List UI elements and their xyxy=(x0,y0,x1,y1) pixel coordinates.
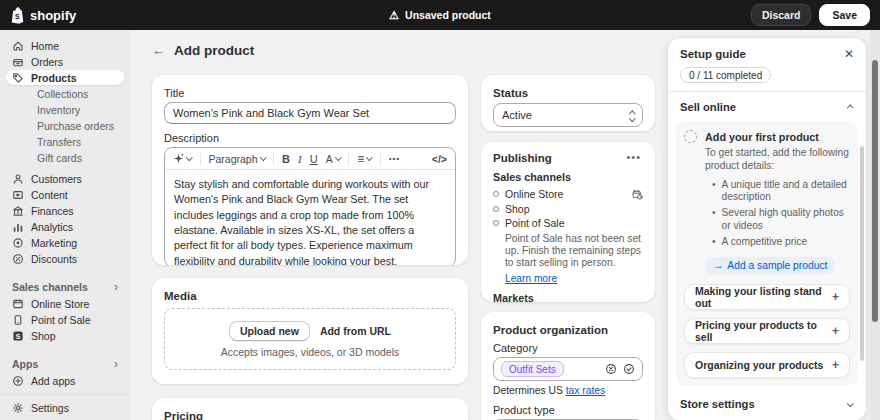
sidebar-item-content[interactable]: Content xyxy=(6,187,124,202)
channel-bullet-icon xyxy=(493,206,499,212)
store-settings-section-toggle[interactable]: Store settings xyxy=(668,390,866,420)
media-dropzone[interactable]: Upload new Add from URL Accepts images, … xyxy=(164,308,456,370)
setup-guide-panel: Setup guide ✕ 0 / 11 completed Sell onli… xyxy=(668,38,866,420)
schedule-publish-icon[interactable] xyxy=(632,189,643,200)
sell-online-section-toggle[interactable]: Sell online xyxy=(668,92,866,118)
chevron-right-icon: › xyxy=(114,358,118,370)
publishing-more-button[interactable]: ••• xyxy=(624,152,643,163)
sidebar-item-inventory[interactable]: Inventory xyxy=(6,102,124,117)
description-textarea[interactable]: Stay stylish and comfortable during work… xyxy=(165,170,455,265)
media-hint: Accepts images, videos, or 3D models xyxy=(221,346,400,358)
code-view-button[interactable]: </> xyxy=(430,152,449,166)
setup-group-pricing-your-products-to-sell[interactable]: Pricing your products to sell+ xyxy=(684,318,850,344)
sidebar-item-products[interactable]: Products xyxy=(6,70,124,85)
add-from-url-button[interactable]: Add from URL xyxy=(320,325,391,337)
sidebar-section-sales-channels[interactable]: Sales channels › xyxy=(12,280,118,294)
category-tag[interactable]: Outfit Sets xyxy=(501,361,564,377)
shopify-logo[interactable]: S shopify xyxy=(10,7,76,24)
task-bullet: •Several high quality photos or videos xyxy=(712,207,850,231)
page-scrollbar-thumb[interactable] xyxy=(872,60,878,322)
sales-channel-point-of-sale: Point of Sale xyxy=(493,216,643,231)
learn-more-link[interactable]: Learn more xyxy=(505,273,557,284)
channel-bullet-icon xyxy=(493,220,499,226)
discard-button[interactable]: Discard xyxy=(751,4,812,26)
status-card: Status Active xyxy=(481,75,655,131)
close-icon[interactable]: ✕ xyxy=(844,48,854,60)
sidebar-item-settings[interactable]: Settings xyxy=(0,394,130,414)
sidebar-item-finances[interactable]: Finances xyxy=(6,203,124,218)
task-checkbox-icon[interactable] xyxy=(684,130,697,143)
clear-category-icon[interactable] xyxy=(605,363,617,375)
sales-channels-label: Sales channels xyxy=(493,171,643,183)
category-label: Category xyxy=(493,342,643,354)
sidebar-item-online-store[interactable]: Online Store xyxy=(6,296,124,311)
pricing-card: Pricing xyxy=(152,398,468,420)
task-description: To get started, add the following produc… xyxy=(705,146,850,173)
pos-icon xyxy=(12,314,24,326)
sidebar-item-collections[interactable]: Collections xyxy=(6,86,124,101)
chevron-down-icon xyxy=(260,154,266,160)
more-formatting-button[interactable]: ••• xyxy=(387,153,402,164)
back-button[interactable]: ← xyxy=(152,44,165,57)
save-button[interactable]: Save xyxy=(819,4,870,26)
page-scrollbar[interactable] xyxy=(870,30,880,420)
customers-icon xyxy=(12,173,24,185)
category-field[interactable]: Outfit Sets xyxy=(493,357,643,381)
title-description-card: Title Description Paragraph B I U A xyxy=(152,75,468,265)
task-bullet: •A competitive price xyxy=(712,236,850,248)
category-hint: Determines US tax rates xyxy=(493,385,643,396)
underline-button[interactable]: U xyxy=(308,152,320,166)
product-type-label: Product type xyxy=(493,404,643,416)
plus-icon: + xyxy=(832,291,839,303)
sidebar-item-purchase-orders[interactable]: Purchase orders xyxy=(6,118,124,133)
sidebar-item-add-apps[interactable]: Add apps xyxy=(6,373,124,388)
paragraph-style-dropdown[interactable]: Paragraph xyxy=(207,152,268,166)
chevron-right-icon: › xyxy=(114,281,118,293)
shop-icon: S xyxy=(12,330,24,342)
bold-button[interactable]: B xyxy=(280,152,292,166)
title-input[interactable] xyxy=(164,102,456,124)
select-arrows-icon xyxy=(630,110,635,121)
setup-task-add-first-product[interactable]: Add your first product xyxy=(684,130,850,143)
sales-channel-shop: Shop xyxy=(493,202,643,217)
sidebar-item-orders[interactable]: Orders xyxy=(6,54,124,69)
shopify-bag-icon: S xyxy=(10,7,25,24)
pricing-heading: Pricing xyxy=(164,410,456,420)
sidebar-section-apps[interactable]: Apps › xyxy=(12,357,118,371)
description-editor: Paragraph B I U A ≡ ••• </ xyxy=(164,147,456,265)
status-select[interactable]: Active xyxy=(493,103,643,127)
task-bullet: •A unique title and a detailed descripti… xyxy=(712,179,850,203)
add-sample-product-button[interactable]: → Add a sample product xyxy=(705,257,835,274)
setup-guide-scrollbar[interactable] xyxy=(860,146,864,361)
chevron-down-icon xyxy=(335,154,341,160)
setup-group-organizing-your-products[interactable]: Organizing your products+ xyxy=(684,352,850,378)
sidebar-item-transfers[interactable]: Transfers xyxy=(6,134,124,149)
title-label: Title xyxy=(164,87,456,99)
alignment-button[interactable]: ≡ xyxy=(355,151,374,167)
sidebar-item-point-of-sale[interactable]: Point of Sale xyxy=(6,312,124,327)
chevron-down-icon xyxy=(186,154,192,160)
sidebar-item-discounts[interactable]: Discounts xyxy=(6,251,124,266)
sidebar-item-shop[interactable]: SShop xyxy=(6,328,124,343)
plus-icon: + xyxy=(832,325,839,337)
upload-new-button[interactable]: Upload new xyxy=(229,321,310,341)
confirm-category-icon[interactable] xyxy=(623,363,635,375)
sidebar-item-home[interactable]: Home xyxy=(6,38,124,53)
text-color-button[interactable]: A xyxy=(324,152,343,166)
settings-icon xyxy=(12,402,24,414)
sidebar-item-customers[interactable]: Customers xyxy=(6,171,124,186)
media-heading: Media xyxy=(164,290,456,302)
status-heading: Status xyxy=(493,87,643,99)
setup-progress-badge: 0 / 11 completed xyxy=(680,67,771,83)
tax-rates-link[interactable]: tax rates xyxy=(566,385,606,396)
setup-group-making-your-listing-stand-out[interactable]: Making your listing stand out+ xyxy=(684,284,850,310)
sidebar-item-analytics[interactable]: Analytics xyxy=(6,219,124,234)
ai-sparkle-button[interactable] xyxy=(171,152,194,165)
italic-button[interactable]: I xyxy=(296,152,304,166)
sidebar-item-marketing[interactable]: Marketing xyxy=(6,235,124,250)
chevron-up-icon xyxy=(847,105,853,111)
page-title: Add product xyxy=(174,43,254,58)
description-label: Description xyxy=(164,132,456,144)
sidebar-item-gift-cards[interactable]: Gift cards xyxy=(6,150,124,165)
content-icon xyxy=(12,189,24,201)
